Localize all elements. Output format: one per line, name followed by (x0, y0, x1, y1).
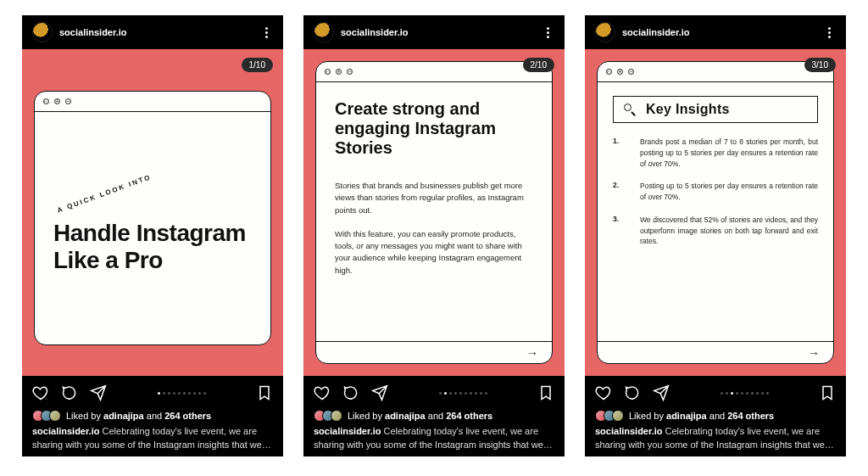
author-avatar[interactable] (314, 22, 334, 42)
liked-by-row[interactable]: Liked by adinajipa and 264 others (595, 410, 836, 422)
more-options-icon[interactable] (822, 25, 836, 39)
post-actions (585, 376, 846, 410)
carousel-slide[interactable]: 3/10 ← + − Key Insights 1. Brands post a… (585, 49, 846, 376)
post-header: socialinsider.io (22, 15, 283, 49)
carousel-dots (682, 392, 807, 395)
share-icon[interactable] (653, 384, 670, 401)
liked-by-row[interactable]: Liked by adinajipa and 264 others (314, 410, 554, 422)
slide-counter-badge: 1/10 (242, 58, 273, 72)
arrow-right-icon: → (808, 346, 820, 360)
window-control-icon: − (65, 98, 71, 104)
post-header: socialinsider.io (303, 15, 565, 49)
illustration-window: ← + − Key Insights 1. Brands post a medi… (597, 61, 834, 364)
insight-item: 3. We discovered that 52% of stories are… (613, 215, 818, 247)
eyebrow-text: A QUICK LOOK INTO (53, 180, 153, 201)
author-avatar[interactable] (595, 22, 615, 42)
more-options-icon[interactable] (541, 25, 554, 39)
post-actions (303, 376, 565, 410)
arrow-right-icon: → (526, 346, 538, 360)
window-control-icon: ← (606, 69, 612, 75)
bookmark-icon[interactable] (537, 384, 554, 401)
carousel-slide[interactable]: 2/10 ← + − Create strong and engaging In… (303, 49, 565, 376)
liked-by-avatars (595, 410, 624, 422)
window-control-icon: + (336, 69, 342, 75)
like-icon[interactable] (32, 384, 49, 401)
slide-counter-badge: 2/10 (523, 58, 554, 72)
instagram-post-card: socialinsider.io 2/10 ← + − Create stron… (303, 15, 565, 456)
search-icon (624, 104, 636, 115)
liked-by-text: Liked by adinajipa and 264 others (66, 411, 211, 421)
insight-item: 2. Posting up to 5 stories per day ensur… (613, 181, 818, 203)
window-footer: → (598, 341, 833, 363)
window-control-icon: ← (43, 98, 49, 104)
illustration-window: ← + − A QUICK LOOK INTO Handle Instagram… (34, 91, 271, 345)
slide-title: Handle Instagram Like a Pro (53, 220, 252, 274)
post-caption[interactable]: socialinsider.io Celebrating today's liv… (314, 425, 554, 451)
comment-icon[interactable] (624, 384, 641, 401)
liked-by-row[interactable]: Liked by adinajipa and 264 others (32, 410, 273, 422)
post-header: socialinsider.io (585, 15, 846, 49)
slide-paragraph: Stories that brands and businesses publi… (335, 180, 533, 216)
window-titlebar: ← + − (316, 62, 552, 82)
window-footer: → (316, 341, 552, 363)
author-handle[interactable]: socialinsider.io (59, 27, 126, 37)
comment-icon[interactable] (61, 384, 78, 401)
caption-area: Liked by adinajipa and 264 others social… (22, 410, 283, 456)
instagram-post-card: socialinsider.io 3/10 ← + − Key Insights… (585, 15, 846, 456)
key-insights-header: Key Insights (613, 96, 818, 123)
window-titlebar: ← + − (598, 62, 833, 82)
carousel-slide[interactable]: 1/10 ← + − A QUICK LOOK INTO Handle Inst… (22, 49, 283, 376)
author-handle[interactable]: socialinsider.io (622, 27, 689, 37)
slide-counter-badge: 3/10 (804, 58, 836, 72)
bookmark-icon[interactable] (819, 384, 836, 401)
window-control-icon: + (54, 98, 60, 104)
post-caption[interactable]: socialinsider.io Celebrating today's liv… (32, 425, 273, 451)
comment-icon[interactable] (342, 384, 359, 401)
bookmark-icon[interactable] (256, 384, 273, 401)
illustration-window: ← + − Create strong and engaging Instagr… (315, 61, 553, 364)
liked-by-avatars (314, 410, 342, 422)
author-avatar[interactable] (32, 22, 53, 42)
post-caption[interactable]: socialinsider.io Celebrating today's liv… (595, 425, 836, 451)
liked-by-text: Liked by adinajipa and 264 others (348, 411, 492, 421)
slide-title: Create strong and engaging Instagram Sto… (335, 99, 533, 158)
carousel-dots (400, 392, 526, 395)
like-icon[interactable] (314, 384, 331, 401)
window-control-icon: − (628, 69, 634, 75)
window-control-icon: + (617, 69, 623, 75)
instagram-post-card: socialinsider.io 1/10 ← + − A QUICK LOOK… (22, 15, 283, 456)
caption-area: Liked by adinajipa and 264 others social… (585, 410, 846, 456)
share-icon[interactable] (371, 384, 388, 401)
like-icon[interactable] (595, 384, 612, 401)
slide-paragraph: With this feature, you can easily promot… (335, 228, 533, 277)
window-titlebar: ← + − (35, 92, 270, 112)
liked-by-text: Liked by adinajipa and 264 others (629, 411, 774, 421)
slide-title: Key Insights (646, 102, 730, 117)
caption-area: Liked by adinajipa and 264 others social… (303, 410, 565, 456)
window-control-icon: ← (325, 69, 331, 75)
liked-by-avatars (32, 410, 61, 422)
carousel-dots (119, 392, 244, 395)
more-options-icon[interactable] (259, 25, 273, 39)
post-actions (22, 376, 283, 410)
share-icon[interactable] (90, 384, 107, 401)
window-control-icon: − (347, 69, 353, 75)
author-handle[interactable]: socialinsider.io (341, 27, 408, 37)
insight-item: 1. Brands post a median of 7 to 8 storie… (613, 137, 818, 169)
